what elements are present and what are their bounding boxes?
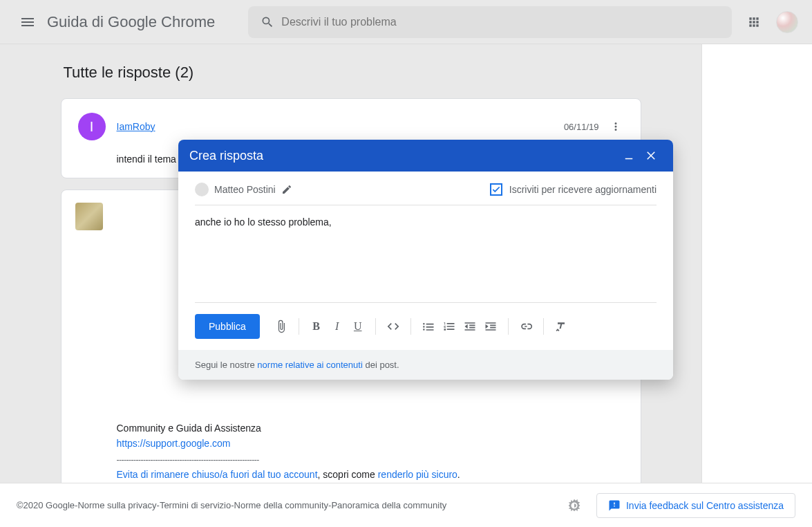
right-sidebar xyxy=(701,44,812,483)
close-button[interactable] xyxy=(640,145,662,167)
attach-button[interactable] xyxy=(271,316,292,337)
paperclip-icon xyxy=(274,320,288,333)
publish-button[interactable]: Pubblica xyxy=(195,314,260,339)
user-mini-avatar xyxy=(195,183,209,196)
indent-icon xyxy=(484,320,498,333)
reply-author-link[interactable]: IamRoby xyxy=(117,121,155,132)
reply-overflow-menu[interactable] xyxy=(607,118,624,135)
more-vert-icon xyxy=(610,120,622,133)
period: . xyxy=(457,469,460,480)
account-avatar[interactable] xyxy=(773,8,801,36)
editor-toolbar: Pubblica B I U xyxy=(178,303,673,350)
dark-mode-toggle[interactable] xyxy=(560,492,588,519)
page-footer: ©2020 Google - Norme sulla privacy - Ter… xyxy=(0,483,812,527)
lockout-link[interactable]: Evita di rimanere chiuso/a fuori dal tuo… xyxy=(117,469,318,480)
bullet-list-button[interactable] xyxy=(418,316,439,337)
search-input[interactable] xyxy=(281,6,726,38)
search-box[interactable] xyxy=(248,6,732,38)
indent-button[interactable] xyxy=(480,316,501,337)
bullet-list-icon xyxy=(422,320,435,333)
subscribe-checkbox[interactable] xyxy=(490,183,502,196)
signature-line: Community e Guida di Assistenza xyxy=(117,423,261,434)
compose-reply-dialog: Crea risposta Matteo Postini Iscriviti p… xyxy=(178,140,673,380)
brightness-icon xyxy=(567,498,582,513)
reply-date: 06/11/19 xyxy=(564,122,599,132)
reply-avatar xyxy=(75,203,103,230)
apps-grid-icon xyxy=(747,15,761,29)
privacy-link[interactable]: Norme sulla privacy xyxy=(77,500,156,510)
footer-suffix: dei post. xyxy=(363,360,399,370)
feedback-icon xyxy=(608,499,621,512)
check-icon xyxy=(491,185,501,194)
content-policy-link[interactable]: norme relative ai contenuti xyxy=(257,360,362,370)
minimize-button[interactable] xyxy=(618,145,640,167)
app-title: Guida di Google Chrome xyxy=(47,13,215,31)
app-header: Guida di Google Chrome xyxy=(0,0,812,44)
dialog-header: Crea risposta xyxy=(178,140,673,172)
dialog-meta-row: Matteo Postini Iscriviti per ricevere ag… xyxy=(195,172,657,205)
compose-username: Matteo Postini xyxy=(214,184,276,195)
code-icon xyxy=(386,320,400,333)
close-icon xyxy=(645,149,657,162)
italic-button[interactable]: I xyxy=(327,316,348,337)
reply-editor[interactable]: anche io ho lo stesso problema, xyxy=(178,205,673,302)
code-button[interactable] xyxy=(383,316,404,337)
secure-link[interactable]: renderlo più sicuro xyxy=(378,469,457,480)
subscribe-label: Iscriviti per ricevere aggiornamenti xyxy=(509,184,657,195)
copyright: ©2020 Google xyxy=(17,500,75,510)
lockout-mid: , scopri come xyxy=(318,469,378,480)
link-icon xyxy=(519,320,533,333)
bold-button[interactable]: B xyxy=(306,316,327,337)
hamburger-icon xyxy=(19,14,36,30)
send-feedback-button[interactable]: Invia feedback sul Centro assistenza xyxy=(596,493,795,518)
minimize-icon xyxy=(623,149,635,162)
outdent-icon xyxy=(463,320,477,333)
reply-avatar: I xyxy=(78,113,106,140)
edit-name-button[interactable] xyxy=(281,184,292,195)
support-link[interactable]: https://support.google.com xyxy=(117,438,231,449)
link-button[interactable] xyxy=(516,316,536,337)
clear-format-icon xyxy=(554,320,568,333)
numbered-list-button[interactable] xyxy=(439,316,460,337)
numbered-list-icon xyxy=(442,320,456,333)
clear-format-button[interactable] xyxy=(551,316,572,337)
apps-launcher-button[interactable] xyxy=(740,8,768,36)
all-replies-heading: Tutte le risposte (2) xyxy=(64,64,641,82)
community-overview-link[interactable]: Panoramica della community xyxy=(331,500,446,510)
dialog-title: Crea risposta xyxy=(189,149,618,163)
community-norms-link[interactable]: Norme della community xyxy=(234,500,329,510)
send-feedback-label: Invia feedback sul Centro assistenza xyxy=(626,500,784,511)
outdent-button[interactable] xyxy=(460,316,480,337)
terms-link[interactable]: Termini di servizio xyxy=(160,500,231,510)
underline-button[interactable]: U xyxy=(348,316,368,337)
signature-divider: ----------------------------------------… xyxy=(117,455,259,465)
footer-prefix: Segui le nostre xyxy=(195,360,257,370)
pencil-icon xyxy=(281,184,292,195)
main-menu-button[interactable] xyxy=(11,6,44,39)
dialog-footer: Segui le nostre norme relative ai conten… xyxy=(178,350,673,380)
search-icon xyxy=(254,8,281,36)
avatar-image xyxy=(776,11,798,33)
